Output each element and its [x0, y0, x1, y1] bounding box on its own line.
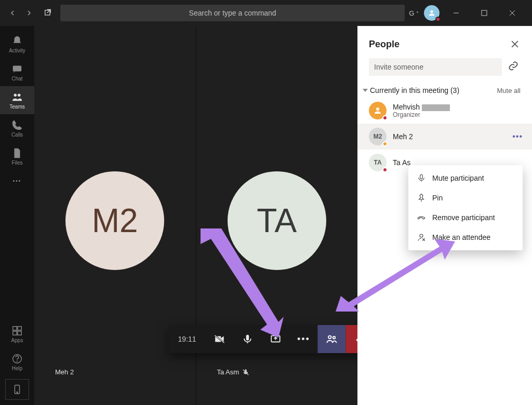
participant-name: Ta As [393, 158, 410, 167]
call-controls: 19:11 ••• [168, 325, 377, 353]
invite-input[interactable] [369, 58, 502, 76]
tile-name: Meh 2 [55, 368, 74, 376]
ctx-pin[interactable]: Pin [408, 188, 523, 208]
copy-link-icon[interactable] [508, 61, 521, 73]
svg-point-1 [430, 10, 433, 13]
svg-point-23 [333, 336, 336, 339]
show-participants-button[interactable] [317, 325, 345, 353]
people-panel: People Currently in this meeting (3) Mut… [357, 26, 532, 405]
avatar [369, 102, 387, 119]
rail-label: Teams [9, 104, 24, 110]
svg-rect-6 [13, 65, 22, 71]
participant-row[interactable]: Mehvish Organizer [357, 98, 532, 124]
minimize-button[interactable] [445, 3, 468, 23]
svg-point-7 [14, 93, 17, 97]
user-avatar[interactable] [424, 5, 440, 21]
svg-rect-20 [246, 335, 249, 341]
tile-avatar: M2 [65, 171, 164, 270]
svg-point-14 [17, 361, 18, 361]
presence-dot [382, 115, 388, 120]
rail-activity[interactable]: Activity [0, 30, 34, 58]
mic-toggle[interactable] [233, 325, 261, 353]
mic-icon [417, 173, 426, 183]
svg-rect-3 [482, 10, 487, 16]
left-rail: Activity Chat Teams Calls Files ••• Apps… [0, 26, 34, 405]
avatar: M2 [369, 128, 387, 145]
title-bar: Search or type a command G ˅ [0, 0, 532, 26]
rail-label: Calls [11, 132, 23, 138]
section-header[interactable]: Currently in this meeting (3) [363, 86, 459, 95]
presence-dot [382, 141, 388, 146]
tile-avatar: TA [228, 171, 326, 270]
ctx-make-attendee[interactable]: Make an attendee [408, 227, 523, 247]
meeting-stage: M2 Meh 2 TA Ta Asm 19:11 ••• People [34, 26, 532, 405]
tenant-switcher[interactable]: G ˅ [409, 9, 419, 17]
maximize-button[interactable] [473, 3, 496, 23]
participant-more-button[interactable]: ••• [512, 132, 523, 141]
presence-dot [435, 17, 441, 22]
more-actions-button[interactable]: ••• [289, 325, 317, 353]
pin-icon [417, 193, 426, 203]
search-input[interactable]: Search or type a command [60, 5, 405, 21]
svg-marker-26 [363, 89, 368, 92]
presence-dot [382, 167, 388, 172]
rail-label: Activity [9, 48, 25, 53]
mic-muted-icon [242, 369, 249, 376]
svg-rect-10 [18, 326, 21, 330]
forward-button[interactable] [21, 5, 37, 21]
svg-point-16 [17, 392, 18, 393]
close-button[interactable] [501, 3, 524, 23]
close-panel-button[interactable] [509, 38, 521, 50]
participant-context-menu: Mute participant Pin Remove participant … [408, 165, 523, 250]
rail-label: Chat [11, 76, 22, 82]
participant-name: Meh 2 [393, 132, 413, 141]
call-duration: 19:11 [168, 335, 205, 343]
rail-label: Apps [11, 338, 23, 343]
rail-calls[interactable]: Calls [0, 114, 34, 142]
rail-more[interactable]: ••• [0, 170, 34, 191]
ctx-mute[interactable]: Mute participant [408, 168, 523, 188]
attendee-icon [417, 233, 426, 242]
svg-rect-28 [420, 174, 423, 179]
svg-point-30 [420, 234, 423, 237]
camera-toggle[interactable] [205, 325, 233, 353]
rail-apps[interactable]: Apps [0, 320, 34, 348]
rail-label: Files [11, 160, 22, 166]
participant-name: Mehvish [393, 103, 450, 111]
rail-chat[interactable]: Chat [0, 58, 34, 86]
svg-rect-12 [18, 331, 21, 334]
chevron-down-icon [363, 88, 368, 93]
panel-title: People [369, 39, 400, 50]
mute-all-button[interactable]: Mute all [497, 87, 521, 95]
tile-name: Ta Asm [217, 368, 250, 376]
rail-mobile[interactable] [5, 379, 29, 400]
back-button[interactable] [4, 5, 21, 21]
svg-point-27 [376, 107, 379, 111]
participant-row[interactable]: M2 Meh 2 ••• [357, 124, 532, 150]
avatar: TA [369, 154, 387, 171]
svg-rect-9 [13, 326, 17, 330]
participant-role: Organizer [393, 111, 450, 118]
new-window-icon[interactable] [39, 5, 56, 21]
hangup-icon [417, 213, 426, 222]
share-screen-button[interactable] [261, 325, 289, 353]
ctx-remove[interactable]: Remove participant [408, 208, 523, 227]
rail-teams[interactable]: Teams [0, 86, 34, 114]
rail-label: Help [12, 366, 23, 371]
svg-rect-11 [13, 331, 17, 334]
svg-point-22 [328, 336, 331, 339]
rail-files[interactable]: Files [0, 142, 34, 170]
rail-help[interactable]: Help [0, 348, 34, 376]
svg-point-8 [18, 93, 20, 97]
